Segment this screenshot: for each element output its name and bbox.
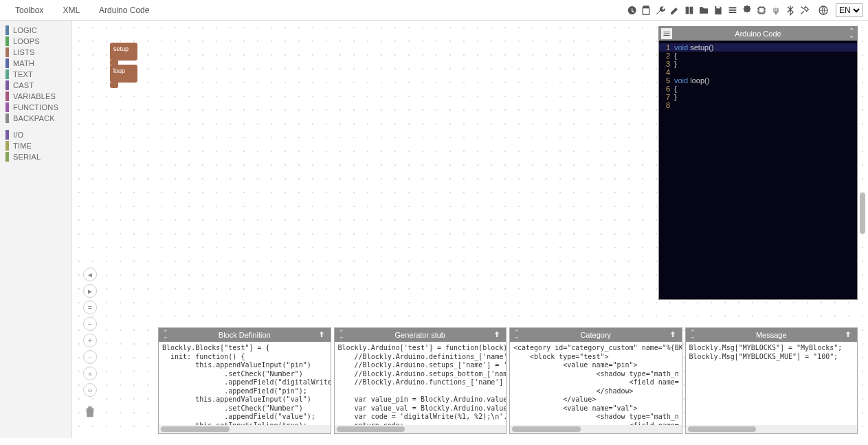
code-line: 4 xyxy=(659,68,857,76)
cat-math[interactable]: MATH xyxy=(0,58,71,69)
panel-code[interactable]: Blockly.Blocks["test"] = { init: functio… xyxy=(159,342,331,425)
arduino-code-header[interactable]: Arduino Code ⌃⌄ xyxy=(659,27,857,41)
cat-lists[interactable]: LISTS xyxy=(0,47,71,58)
chip-icon[interactable] xyxy=(755,4,768,17)
swatch-icon xyxy=(5,152,9,162)
menu-arduino-code[interactable]: Arduino Code xyxy=(89,2,159,19)
h-scrollbar[interactable] xyxy=(159,425,331,433)
clipboard-icon[interactable] xyxy=(640,4,652,17)
cat-label: VARIABLES xyxy=(13,92,56,100)
panel-header[interactable]: ⌃⌄ Generator stub xyxy=(335,328,507,342)
upload-icon[interactable] xyxy=(317,330,326,340)
list-icon[interactable] xyxy=(726,4,739,17)
cat-text[interactable]: TEXT xyxy=(0,69,71,80)
panel-title: Generator stub xyxy=(395,331,445,339)
menu-left: Toolbox XML Arduino Code xyxy=(5,2,159,19)
panel-block-definition: ⌃⌄ Block Definition Blockly.Blocks["test… xyxy=(158,327,331,434)
ws-collapse-button[interactable]: « xyxy=(83,367,97,380)
pencil-icon[interactable] xyxy=(669,4,681,17)
swatch-icon xyxy=(5,141,9,151)
v-scrollbar[interactable] xyxy=(860,193,867,289)
book-icon[interactable] xyxy=(683,4,695,17)
updown-icon[interactable]: ⌃⌄ xyxy=(690,330,695,338)
swatch-icon xyxy=(5,36,9,46)
arduino-code-body[interactable]: 1void setup()2{3}45void loop()6{7}8 xyxy=(659,41,857,112)
category-sidebar: LOGIC LOOPS LISTS MATH TEXT CAST VARIABL… xyxy=(0,21,72,438)
swatch-icon xyxy=(5,113,9,123)
ws-redo-button[interactable]: ► xyxy=(83,284,97,298)
puzzle-icon[interactable] xyxy=(741,4,753,17)
cat-label: SERIAL xyxy=(13,153,41,161)
ws-expand-button[interactable]: ‹› xyxy=(83,383,97,397)
psi-icon[interactable]: ψ xyxy=(770,4,782,17)
updown-icon[interactable]: ⌃⌄ xyxy=(163,330,168,338)
code-line: 5void loop() xyxy=(659,76,857,85)
panel-header[interactable]: ⌃⌄ Category xyxy=(510,328,682,342)
cat-io[interactable]: I/O xyxy=(0,129,71,140)
upload-icon[interactable] xyxy=(668,330,678,340)
cat-label: TEXT xyxy=(13,70,33,78)
ws-center-button[interactable]: = xyxy=(83,301,97,314)
cat-time[interactable]: TIME xyxy=(0,140,71,151)
workspace-controls: ◄ ► = − + ·· « ‹› xyxy=(82,268,98,421)
panel-code[interactable]: <category id="category_custom" name="%{B… xyxy=(510,342,682,425)
history-icon[interactable] xyxy=(625,4,638,17)
folder-icon[interactable] xyxy=(698,4,710,17)
cat-functions[interactable]: FUNCTIONS xyxy=(0,102,71,113)
menubar: Toolbox XML Arduino Code ψ EN xyxy=(0,0,868,21)
ws-undo-button[interactable]: ◄ xyxy=(83,268,97,281)
menu-xml[interactable]: XML xyxy=(53,2,89,19)
h-scrollbar[interactable] xyxy=(510,425,682,433)
trash-icon[interactable] xyxy=(82,404,98,421)
updown-icon[interactable]: ⌃⌄ xyxy=(339,330,344,338)
cat-serial[interactable]: SERIAL xyxy=(0,151,71,162)
ws-zoom-out-button[interactable]: − xyxy=(83,317,97,331)
blockly-workspace[interactable]: setup loop ◄ ► = − + ·· « ‹› Arduino Cod… xyxy=(72,21,868,438)
setup-loop-block[interactable]: setup loop xyxy=(110,43,137,88)
panel-category: ⌃⌄ Category <category id="category_custo… xyxy=(509,327,682,434)
code-line: 1void setup() xyxy=(659,43,857,52)
upload-icon[interactable] xyxy=(492,330,502,340)
arduino-code-title: Arduino Code xyxy=(735,30,781,38)
save-icon[interactable] xyxy=(712,4,724,17)
globe-icon[interactable] xyxy=(817,4,830,17)
code-line: 3} xyxy=(659,60,857,68)
panel-code[interactable]: Blockly.Arduino['test'] = function(block… xyxy=(335,342,507,425)
cat-backpack[interactable]: BACKPACK xyxy=(0,113,71,124)
ws-dots-button[interactable]: ·· xyxy=(83,350,97,364)
cat-label: LOOPS xyxy=(13,37,40,45)
cat-cast[interactable]: CAST xyxy=(0,80,71,91)
swatch-icon xyxy=(5,47,9,57)
block-loop-label: loop xyxy=(113,67,125,74)
panel-header[interactable]: ⌃⌄ Message xyxy=(686,328,858,342)
updown-icon[interactable]: ⌃⌄ xyxy=(849,28,854,38)
bottom-panels: ⌃⌄ Block Definition Blockly.Blocks["test… xyxy=(158,327,858,434)
hamburger-icon[interactable] xyxy=(661,28,672,39)
language-select[interactable]: EN xyxy=(836,3,863,17)
menu-toolbox[interactable]: Toolbox xyxy=(5,2,53,19)
code-line: 6{ xyxy=(659,85,857,93)
tools-icon[interactable] xyxy=(799,4,811,17)
block-loop[interactable]: loop xyxy=(110,65,137,83)
cat-logic[interactable]: LOGIC xyxy=(0,25,71,36)
h-scrollbar[interactable] xyxy=(335,425,507,433)
cat-loops[interactable]: LOOPS xyxy=(0,36,71,47)
upload-icon[interactable] xyxy=(843,330,853,340)
panel-code[interactable]: Blockly.Msg["MYBLOCKS"] = "MyBlocks"; Bl… xyxy=(686,342,858,425)
main: LOGIC LOOPS LISTS MATH TEXT CAST VARIABL… xyxy=(0,21,868,438)
cat-label: LOGIC xyxy=(13,26,37,34)
block-setup[interactable]: setup xyxy=(110,43,137,61)
cat-label: FUNCTIONS xyxy=(13,103,58,111)
bluetooth-icon[interactable] xyxy=(784,4,797,17)
cat-variables[interactable]: VARIABLES xyxy=(0,91,71,102)
swatch-icon xyxy=(5,69,9,79)
toolbar: ψ EN xyxy=(625,3,863,17)
ws-zoom-in-button[interactable]: + xyxy=(83,334,97,347)
swatch-icon xyxy=(5,80,9,90)
panel-header[interactable]: ⌃⌄ Block Definition xyxy=(159,328,331,342)
updown-icon[interactable]: ⌃⌄ xyxy=(514,330,520,338)
swatch-icon xyxy=(5,25,9,35)
h-scrollbar[interactable] xyxy=(686,425,858,433)
arduino-code-panel: Arduino Code ⌃⌄ 1void setup()2{3}45void … xyxy=(658,26,858,300)
wrench-icon[interactable] xyxy=(654,4,667,17)
